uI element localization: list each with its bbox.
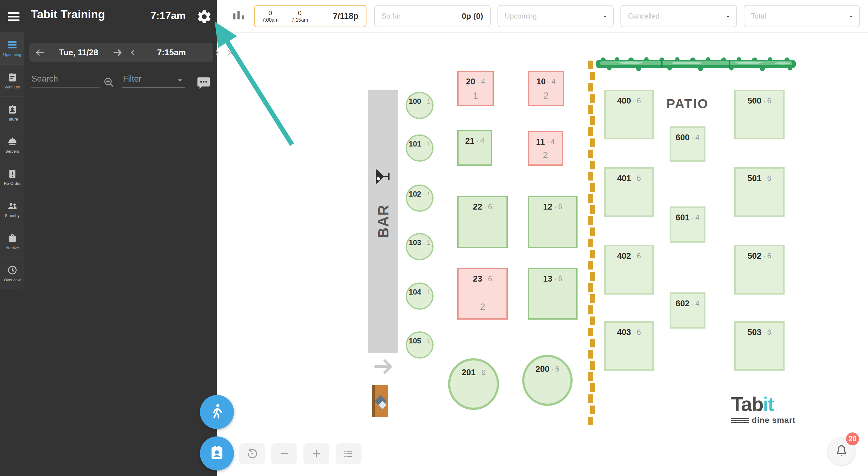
table-label: 501·6 <box>747 173 771 184</box>
table-12[interactable]: 12·6 <box>528 196 578 248</box>
table-103[interactable]: 103·1 <box>406 233 434 260</box>
slot-count: 0 <box>298 9 302 17</box>
zoom-in-icon[interactable] <box>102 76 115 88</box>
slot-column: 0 7:00am <box>262 9 278 23</box>
stat-card-cancelled[interactable]: Cancelled- <box>620 5 737 27</box>
table-100[interactable]: 100·1 <box>406 92 434 119</box>
party-size: 2 <box>529 150 562 160</box>
clipboard-icon <box>7 72 18 83</box>
stat-card-so-far[interactable]: So far0p (0) <box>374 5 491 27</box>
table-601[interactable]: 601·4 <box>670 206 706 243</box>
walk-in-button[interactable] <box>200 395 234 429</box>
date-time-navigator: Tue, 11/28 7:15am <box>29 43 213 62</box>
clipboard-alert-icon <box>7 168 18 179</box>
filter-dropdown[interactable]: Filter <box>122 74 185 88</box>
patio-divider <box>588 61 595 428</box>
arrow-right-icon[interactable] <box>112 47 123 58</box>
badge-person-icon <box>7 104 18 115</box>
slot-summary-card[interactable]: 0 7:00am 0 7:15am 7/118p <box>254 5 367 27</box>
table-22[interactable]: 22·6 <box>457 196 508 248</box>
table-11[interactable]: 11·42 <box>528 131 563 166</box>
sidebar-item-wait-list[interactable]: Wait List <box>0 64 24 96</box>
sidebar-item-future[interactable]: Future <box>0 96 24 128</box>
table-label: 400·6 <box>617 95 641 106</box>
cloche-icon <box>7 136 18 147</box>
bar-chart-icon[interactable] <box>230 7 247 25</box>
table-503[interactable]: 503·6 <box>734 321 784 371</box>
table-label: 102·1 <box>409 189 430 199</box>
table-602[interactable]: 602·4 <box>670 292 706 329</box>
zoom-out-button[interactable] <box>271 443 297 464</box>
table-402[interactable]: 402·6 <box>604 245 654 295</box>
sidebar-nav-rail: UpcomingWait ListFutureServersRe-OrderSt… <box>0 32 24 289</box>
slot-time: 7:00am <box>262 17 278 23</box>
chevron-left-icon[interactable] <box>128 48 137 57</box>
table-label: 503·6 <box>747 327 771 337</box>
walk-in-icon <box>208 403 226 422</box>
patio-label: PATIO <box>663 96 712 111</box>
logo-tagline: dine smart <box>752 415 796 425</box>
chat-icon[interactable] <box>196 76 211 90</box>
bell-icon <box>834 444 848 459</box>
table-600[interactable]: 600·4 <box>670 126 706 162</box>
table-label: 500·6 <box>747 95 771 106</box>
stat-card-label: So far <box>382 12 400 21</box>
stat-card-label: Upcoming <box>505 12 537 21</box>
table-label: 403·6 <box>617 327 641 337</box>
table-501[interactable]: 501·6 <box>734 167 784 217</box>
hamburger-icon[interactable] <box>6 9 21 23</box>
chevron-right-icon[interactable] <box>213 48 222 57</box>
stat-card-upcoming[interactable]: Upcoming- <box>497 5 614 27</box>
table-label: 201·6 <box>462 367 486 378</box>
table-201[interactable]: 201·6 <box>448 358 499 410</box>
stat-card-value: 0p (0) <box>462 11 483 21</box>
table-list-button[interactable] <box>336 443 362 464</box>
table-21[interactable]: 21·4 <box>457 130 492 166</box>
table-label: 200·6 <box>535 364 559 374</box>
gear-icon[interactable] <box>196 9 212 25</box>
tabit-logo: Tabit dine smart <box>731 394 805 425</box>
selected-date[interactable]: Tue, 11/28 <box>47 48 110 58</box>
table-label: 101·1 <box>409 139 430 149</box>
table-10[interactable]: 10·42 <box>528 71 564 106</box>
close-icon[interactable] <box>225 47 236 58</box>
table-101[interactable]: 101·1 <box>406 135 434 162</box>
sidebar-item-archive[interactable]: Archive <box>0 225 24 257</box>
selected-time[interactable]: 7:15am <box>138 48 205 58</box>
table-500[interactable]: 500·6 <box>734 90 784 140</box>
reservation-icon <box>208 444 226 463</box>
clock-icon <box>7 265 18 276</box>
table-400[interactable]: 400·6 <box>604 90 654 140</box>
arrow-left-icon[interactable] <box>34 47 45 58</box>
sidebar-item-standby[interactable]: Standby <box>0 193 24 225</box>
reset-view-button[interactable] <box>239 443 265 464</box>
caret-down-icon <box>176 77 184 84</box>
zoom-in-button[interactable] <box>304 443 330 464</box>
new-reservation-button[interactable] <box>200 437 234 470</box>
table-401[interactable]: 401·6 <box>604 167 654 217</box>
notification-count-badge: 20 <box>846 433 859 445</box>
table-20[interactable]: 20·41 <box>457 71 494 106</box>
table-502[interactable]: 502·6 <box>734 245 784 295</box>
table-200[interactable]: 200·6 <box>522 355 572 406</box>
sidebar-item-label: Future <box>6 117 19 122</box>
table-105[interactable]: 105·1 <box>406 331 434 359</box>
sidebar-item-overview[interactable]: Overview <box>0 257 24 289</box>
door-icon <box>372 385 388 417</box>
table-403[interactable]: 403·6 <box>604 321 654 371</box>
table-label: 402·6 <box>617 251 641 261</box>
table-23[interactable]: 23·62 <box>457 268 508 320</box>
sidebar-item-upcoming[interactable]: Upcoming <box>0 32 24 64</box>
stat-card-total[interactable]: Total- <box>744 5 860 27</box>
stat-card-value: - <box>603 11 606 21</box>
table-label: 23·6 <box>473 273 492 284</box>
table-102[interactable]: 102·1 <box>406 184 434 212</box>
search-field <box>31 74 100 87</box>
table-13[interactable]: 13·6 <box>528 268 578 320</box>
sidebar-item-servers[interactable]: Servers <box>0 128 24 161</box>
briefcase-icon <box>7 232 18 244</box>
table-label: 11·4 <box>536 137 555 147</box>
search-input[interactable] <box>31 74 100 87</box>
sidebar-item-re-order[interactable]: Re-Order <box>0 161 24 193</box>
table-104[interactable]: 104·1 <box>406 282 434 310</box>
